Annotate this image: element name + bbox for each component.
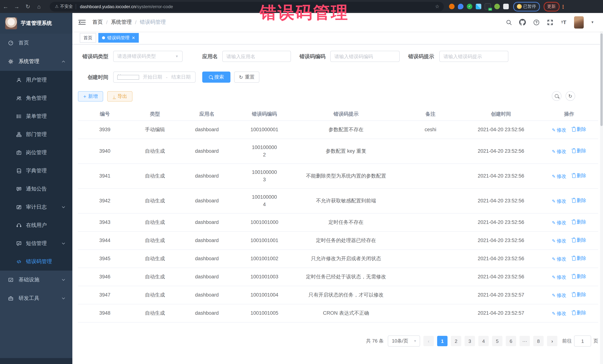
edit-link[interactable]: ✎修改 (552, 292, 566, 299)
sidebar-item-roles[interactable]: 角色管理 (0, 89, 72, 107)
sidebar-item-audit-log[interactable]: 审计日志 (0, 198, 72, 216)
page-size-select[interactable]: 10条/页 ▼ (388, 335, 420, 347)
delete-link[interactable]: 删除 (572, 197, 586, 204)
browser-home-icon[interactable]: ⌂ (33, 3, 45, 10)
edit-link[interactable]: ✎修改 (552, 126, 566, 134)
export-button[interactable]: ↓ 导出 (107, 91, 132, 101)
extensions-puzzle-icon[interactable] (503, 4, 509, 9)
refresh-icon: ↻ (239, 75, 243, 79)
bookmark-star-icon[interactable]: ☆ (435, 4, 441, 9)
font-size-icon[interactable]: TT (560, 19, 567, 26)
breadcrumb-current: 错误码管理 (140, 19, 166, 26)
edit-link[interactable]: ✎修改 (552, 255, 566, 263)
edit-link[interactable]: ✎修改 (552, 219, 566, 226)
extension-icon-green-key[interactable] (494, 4, 500, 9)
navbar-actions: TT ▼ (505, 16, 603, 28)
extension-icon-green-check[interactable]: ✓ (467, 4, 472, 9)
avatar-caret-icon[interactable]: ▼ (591, 20, 594, 24)
page-button-3[interactable]: 3 (464, 336, 475, 346)
sidebar-item-home[interactable]: 首页 (0, 34, 72, 52)
prev-page-button[interactable]: ‹ (423, 336, 434, 346)
update-button[interactable]: 更新 (544, 2, 559, 11)
edit-link[interactable]: ✎修改 (552, 274, 566, 281)
table-row: 3940 自动生成 dashboard 100100000 2 参数配置 key… (78, 139, 598, 164)
create-time-range-picker[interactable]: 开始日期 - 结束日期 (113, 72, 196, 83)
edit-link[interactable]: ✎修改 (552, 148, 566, 155)
page-button-6[interactable]: 6 (506, 336, 516, 346)
chevron-down-icon (61, 296, 66, 301)
extension-icon-blue-grid[interactable] (476, 4, 481, 9)
delete-link[interactable]: 删除 (572, 236, 586, 244)
edit-link[interactable]: ✎修改 (552, 237, 566, 245)
filter-msg-label: 错误码提示 (406, 51, 434, 62)
reset-button[interactable]: ↻ 重置 (234, 72, 259, 83)
close-tab-icon[interactable]: ✕ (132, 35, 135, 40)
browser-back-icon[interactable]: ← (0, 3, 11, 10)
fullscreen-icon[interactable] (547, 19, 553, 26)
page-button-8[interactable]: 8 (533, 336, 544, 346)
delete-link[interactable]: 删除 (572, 172, 586, 179)
delete-link[interactable]: 删除 (572, 147, 586, 154)
sidebar-item-infrastructure[interactable]: 基础设施 (0, 271, 72, 289)
address-bar[interactable]: ⚠ 不安全 dashboard.yudao.iocoder.cn /system… (50, 2, 444, 11)
paused-badge[interactable]: 已暂停 (513, 2, 540, 11)
goto-page-input[interactable] (574, 335, 591, 347)
page-button-5[interactable]: 5 (492, 336, 502, 346)
logo[interactable]: 芋道管理系统 (0, 13, 72, 34)
app-name-input[interactable] (222, 51, 291, 62)
refresh-table-button[interactable]: ↻ (566, 91, 575, 101)
sidebar-item-dev-tools[interactable]: 研发工具 (0, 289, 72, 308)
extension-icon-orange[interactable] (449, 4, 454, 9)
extension-icon-blue-drop[interactable] (458, 4, 464, 9)
more-pages-button[interactable]: ··· (520, 336, 530, 346)
delete-link[interactable]: 删除 (572, 309, 586, 317)
help-icon[interactable] (533, 19, 540, 26)
gear-icon (8, 59, 13, 64)
page-button-1[interactable]: 1 (437, 336, 448, 346)
end-date-placeholder[interactable]: 结束日期 (171, 74, 191, 80)
delete-link[interactable]: 删除 (572, 126, 586, 133)
delete-link[interactable]: 删除 (572, 255, 586, 262)
sidebar-item-online-users[interactable]: 在线用户 (0, 216, 72, 234)
next-page-button[interactable]: › (547, 336, 557, 346)
sidebar-item-departments[interactable]: 部门管理 (0, 125, 72, 143)
sidebar-item-sms[interactable]: 短信管理 (0, 234, 72, 253)
edit-link[interactable]: ✎修改 (552, 173, 566, 180)
delete-link[interactable]: 删除 (572, 291, 586, 298)
tab-home[interactable]: 首页 (80, 33, 96, 43)
search-icon (209, 75, 212, 79)
delete-link[interactable]: 删除 (572, 218, 586, 226)
page-button-2[interactable]: 2 (451, 336, 461, 346)
browser-reload-icon[interactable]: ↻ (22, 3, 33, 10)
github-icon[interactable] (519, 19, 526, 26)
error-type-select[interactable]: 请选择错误码类型 ▼ (113, 51, 183, 62)
edit-link[interactable]: ✎修改 (552, 310, 566, 317)
page-scrollbar[interactable] (600, 13, 603, 364)
delete-link[interactable]: 删除 (572, 273, 586, 280)
user-avatar[interactable] (574, 16, 584, 28)
error-code-input[interactable] (330, 51, 400, 62)
scrollbar-thumb[interactable] (600, 33, 603, 126)
collapse-sidebar-icon[interactable] (78, 19, 86, 25)
error-msg-input[interactable] (439, 51, 508, 62)
header-search-icon[interactable] (505, 19, 512, 26)
page-button-4[interactable]: 4 (478, 336, 489, 346)
edit-pencil-icon: ✎ (552, 239, 556, 243)
sidebar-item-error-code[interactable]: 错误码管理 (0, 253, 72, 271)
sidebar-item-notices[interactable]: 通知公告 (0, 180, 72, 198)
sidebar-item-posts[interactable]: 岗位管理 (0, 143, 72, 162)
browser-menu-icon[interactable]: ••• (562, 4, 564, 9)
show-search-toggle-button[interactable] (552, 91, 561, 101)
add-button[interactable]: + 新增 (78, 91, 103, 101)
sidebar-item-users[interactable]: 用户管理 (0, 71, 72, 89)
start-date-placeholder[interactable]: 开始日期 (142, 74, 163, 80)
extension-icon-list[interactable]: on (485, 3, 491, 10)
search-button[interactable]: 搜索 (202, 72, 231, 83)
sidebar-item-dictionary[interactable]: 字典管理 (0, 162, 72, 180)
breadcrumb-home[interactable]: 首页 (93, 19, 103, 26)
sidebar-item-system[interactable]: 系统管理 (0, 52, 72, 71)
browser-forward-icon[interactable]: → (11, 3, 22, 10)
tab-error-code[interactable]: 错误码管理 ✕ (98, 33, 139, 43)
sidebar-item-menus[interactable]: 菜单管理 (0, 107, 72, 125)
edit-link[interactable]: ✎修改 (552, 198, 566, 205)
